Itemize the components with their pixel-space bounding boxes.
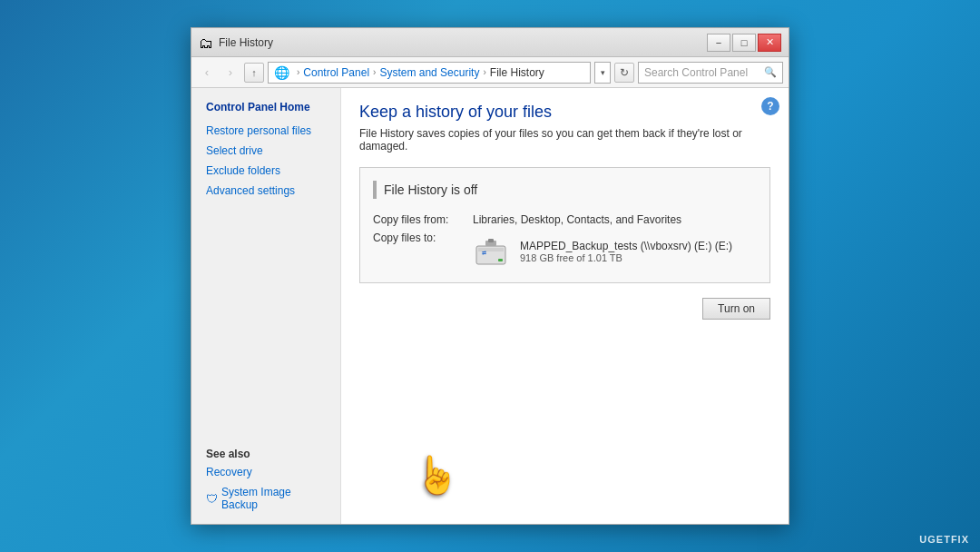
maximize-button[interactable]: □ bbox=[732, 34, 756, 52]
drive-info: MAPPED_Backup_tests (\\vboxsrv) (E:) (E:… bbox=[520, 240, 732, 263]
search-box[interactable]: Search Control Panel 🔍 bbox=[638, 62, 783, 84]
file-history-window: 🗂 File History − □ ✕ ‹ › ↑ 🌐 › Control P… bbox=[191, 27, 789, 525]
cursor-overlay: ☝ bbox=[414, 454, 459, 497]
sidebar-system-image-backup[interactable]: 🛡 System Image Backup bbox=[206, 486, 328, 511]
title-bar-buttons: − □ ✕ bbox=[707, 34, 781, 52]
forward-button[interactable]: › bbox=[220, 63, 240, 83]
drive-name: MAPPED_Backup_tests (\\vboxsrv) (E:) (E:… bbox=[520, 240, 732, 252]
sidebar-select-drive[interactable]: Select drive bbox=[206, 144, 328, 157]
copy-from-row: Copy files from: Libraries, Desktop, Con… bbox=[373, 213, 757, 226]
window-title: File History bbox=[219, 36, 707, 49]
breadcrumb-system-security[interactable]: System and Security bbox=[379, 66, 479, 79]
sidebar-recovery[interactable]: Recovery bbox=[206, 466, 328, 478]
svg-rect-4 bbox=[488, 239, 494, 242]
bottom-row: Turn on bbox=[359, 298, 770, 320]
sidebar: Control Panel Home Restore personal file… bbox=[191, 88, 341, 524]
drive-row: ⇄ MAPPED_Backup_tests (\\vboxsrv) (E:) (… bbox=[473, 235, 732, 268]
refresh-button[interactable]: ↻ bbox=[614, 63, 634, 83]
breadcrumb-file-history: File History bbox=[490, 66, 544, 79]
status-indicator bbox=[373, 181, 377, 199]
back-button[interactable]: ‹ bbox=[197, 63, 217, 83]
drive-icon: ⇄ bbox=[473, 235, 509, 268]
content-area: ? Keep a history of your files File Hist… bbox=[341, 88, 789, 524]
window-icon: 🗂 bbox=[199, 35, 213, 50]
minimize-button[interactable]: − bbox=[707, 34, 730, 52]
sidebar-restore-files[interactable]: Restore personal files bbox=[206, 124, 328, 137]
svg-rect-2 bbox=[498, 259, 503, 261]
breadcrumb-control-panel[interactable]: Control Panel bbox=[303, 66, 369, 79]
address-bar: ‹ › ↑ 🌐 › Control Panel › System and Sec… bbox=[191, 57, 789, 88]
drive-size: 918 GB free of 1.01 TB bbox=[520, 252, 732, 263]
see-also-label: See also bbox=[206, 448, 328, 460]
main-area: Control Panel Home Restore personal file… bbox=[191, 88, 789, 524]
sidebar-exclude-folders[interactable]: Exclude folders bbox=[206, 164, 328, 177]
help-button[interactable]: ? bbox=[761, 97, 779, 115]
breadcrumb-dropdown[interactable]: ▾ bbox=[594, 62, 611, 84]
copy-from-value: Libraries, Desktop, Contacts, and Favori… bbox=[473, 213, 681, 226]
page-description: File History saves copies of your files … bbox=[359, 127, 770, 153]
up-button[interactable]: ↑ bbox=[244, 63, 264, 83]
page-title: Keep a history of your files bbox=[359, 103, 770, 122]
sidebar-home-link[interactable]: Control Panel Home bbox=[206, 101, 328, 113]
watermark: UGETFIX bbox=[919, 534, 969, 545]
status-panel: File History is off Copy files from: Lib… bbox=[359, 167, 770, 283]
sidebar-advanced-settings[interactable]: Advanced settings bbox=[206, 184, 328, 197]
status-header: File History is off bbox=[373, 177, 757, 202]
close-button[interactable]: ✕ bbox=[758, 34, 781, 52]
search-placeholder-text: Search Control Panel bbox=[644, 66, 760, 79]
copy-from-label: Copy files from: bbox=[373, 213, 473, 226]
status-text: File History is off bbox=[384, 182, 477, 197]
cursor-hand-icon: ☝ bbox=[414, 454, 459, 497]
breadcrumb-bar: 🌐 › Control Panel › System and Security … bbox=[268, 62, 591, 84]
copy-to-row: Copy files to: bbox=[373, 232, 757, 268]
shield-icon: 🛡 bbox=[206, 492, 218, 506]
see-also-section: See also Recovery 🛡 System Image Backup bbox=[206, 448, 328, 511]
search-icon: 🔍 bbox=[764, 66, 777, 78]
title-bar: 🗂 File History − □ ✕ bbox=[191, 28, 789, 57]
copy-to-label: Copy files to: bbox=[373, 232, 473, 268]
svg-text:⇄: ⇄ bbox=[482, 251, 486, 256]
turn-on-button[interactable]: Turn on bbox=[702, 298, 770, 320]
